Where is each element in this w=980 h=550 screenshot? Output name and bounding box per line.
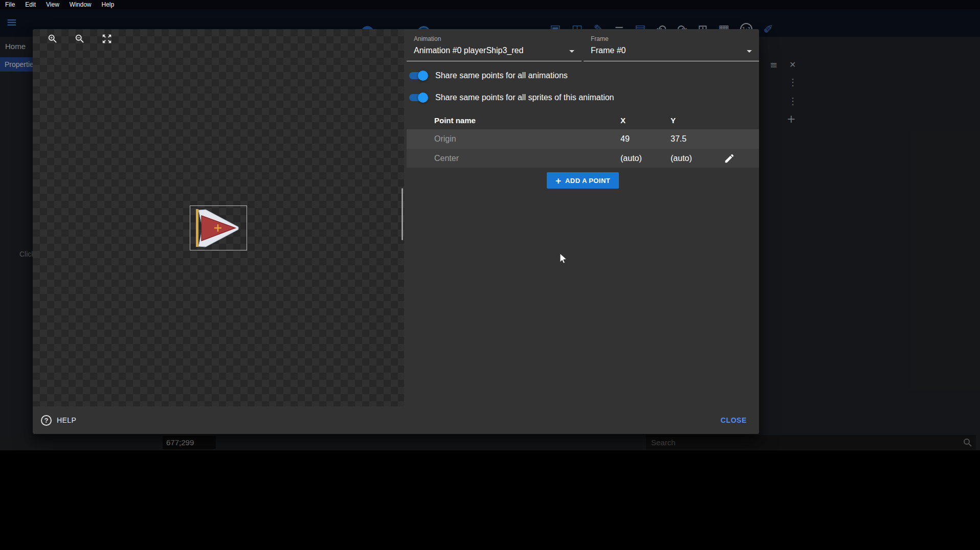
- table-row-center[interactable]: Center (auto) (auto): [407, 149, 759, 168]
- frame-select-value: Frame #0: [591, 46, 626, 55]
- app-window: File Edit View Window Help ≡ PREVIEW PUB…: [0, 0, 980, 550]
- add-a-point-label: ADD A POINT: [565, 177, 610, 185]
- menu-edit[interactable]: Edit: [20, 1, 41, 8]
- toggle-label: Share same points for all animations: [435, 71, 568, 80]
- header-y: Y: [671, 112, 676, 129]
- point-x-value: 49: [620, 129, 630, 149]
- points-panel: [404, 29, 759, 406]
- add-a-point-button[interactable]: + ADD A POINT: [547, 172, 619, 189]
- player-ship-sprite: [190, 206, 247, 250]
- menu-help[interactable]: Help: [97, 1, 120, 8]
- point-name: Center: [434, 149, 459, 168]
- header-point-name: Point name: [434, 112, 476, 129]
- canvas-scrollbar[interactable]: [402, 188, 403, 240]
- frame-select-label: Frame: [591, 35, 609, 42]
- menu-bar: File Edit View Window Help: [0, 0, 980, 9]
- share-points-all-sprites-toggle[interactable]: [409, 94, 427, 101]
- zoom-out-icon[interactable]: [74, 33, 85, 44]
- help-label: HELP: [57, 416, 76, 424]
- point-y-value: 37.5: [671, 129, 686, 149]
- chevron-down-icon: [569, 50, 574, 53]
- plus-icon: +: [555, 176, 561, 186]
- window-letterbox: [0, 450, 980, 550]
- zoom-toolbar: [47, 33, 113, 44]
- sprite-canvas[interactable]: [33, 29, 404, 406]
- table-row-origin[interactable]: Origin 49 37.5: [407, 129, 759, 149]
- chevron-down-icon: [747, 50, 752, 53]
- edit-point-icon[interactable]: [724, 153, 735, 164]
- dialog-action-bar: ? HELP CLOSE: [33, 406, 759, 434]
- menu-file[interactable]: File: [0, 1, 20, 8]
- close-button[interactable]: CLOSE: [714, 412, 754, 428]
- animation-select[interactable]: Animation Animation #0 playerShip3_red: [407, 32, 582, 61]
- menu-window[interactable]: Window: [64, 1, 97, 8]
- share-points-all-animations-row: Share same points for all animations: [409, 69, 568, 82]
- sprite-frame-selection[interactable]: [190, 205, 247, 250]
- zoom-in-icon[interactable]: [47, 33, 58, 44]
- header-x: X: [620, 112, 626, 129]
- points-table-header: Point name X Y: [407, 112, 759, 129]
- mouse-cursor: [559, 253, 567, 264]
- help-icon: ?: [41, 415, 52, 426]
- edit-points-dialog: Animation Animation #0 playerShip3_red F…: [33, 29, 759, 434]
- fit-to-screen-icon[interactable]: [101, 33, 113, 44]
- animation-select-label: Animation: [414, 35, 441, 42]
- share-points-all-animations-toggle[interactable]: [409, 72, 427, 79]
- help-button[interactable]: ? HELP: [41, 415, 76, 426]
- toggle-label: Share same points for all sprites of thi…: [435, 93, 614, 102]
- point-name: Origin: [434, 129, 456, 149]
- point-x-value: (auto): [620, 149, 642, 168]
- share-points-all-sprites-row: Share same points for all sprites of thi…: [409, 91, 614, 104]
- frame-select[interactable]: Frame Frame #0: [584, 32, 759, 61]
- animation-select-value: Animation #0 playerShip3_red: [414, 46, 523, 55]
- menu-view[interactable]: View: [41, 1, 64, 8]
- point-y-value: (auto): [671, 149, 692, 168]
